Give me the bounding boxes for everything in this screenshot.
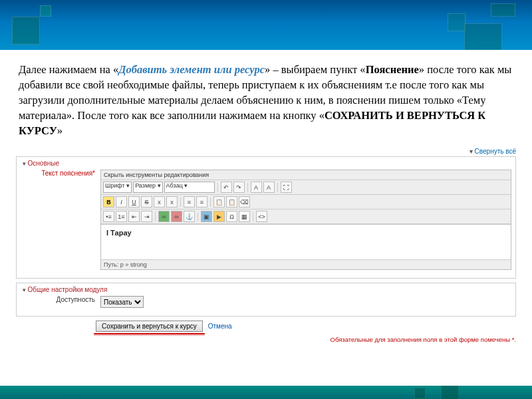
clear-format-icon[interactable]: ⌫ — [239, 196, 250, 207]
paste-icon[interactable]: 📋 — [213, 196, 225, 207]
editor-content-area[interactable]: І Тарау — [101, 224, 511, 260]
moodle-form-screenshot: Свернуть всё Основные Текст пояснения* С… — [16, 148, 516, 343]
legend-module[interactable]: Общие настройки модуля — [21, 286, 109, 293]
format-select[interactable]: Абзац ▾ — [164, 182, 215, 193]
find-icon[interactable]: A — [251, 182, 262, 193]
undo-icon[interactable]: ↶ — [221, 182, 232, 193]
paste-text-icon[interactable]: 📋 — [226, 196, 237, 207]
table-icon[interactable]: ▦ — [239, 211, 250, 222]
unlink-icon[interactable]: ∞ — [171, 211, 182, 222]
form-buttons: Сохранить и вернуться к курсу Отмена — [96, 321, 516, 332]
underline-icon[interactable]: U — [128, 196, 140, 207]
align-center-icon[interactable]: ≡ — [196, 196, 207, 207]
text: » — [57, 124, 63, 137]
redo-icon[interactable]: ↷ — [233, 182, 245, 193]
fullscreen-icon[interactable]: ⛶ — [281, 182, 292, 193]
font-size-select[interactable]: Размер ▾ — [133, 182, 162, 193]
number-list-icon[interactable]: 1≡ — [116, 211, 127, 222]
superscript-icon[interactable]: x — [166, 196, 178, 207]
fieldset-module-settings: Общие настройки модуля Доступность Показ… — [16, 283, 516, 317]
legend-main[interactable]: Основные — [21, 160, 61, 167]
text: » – выбираем пункт « — [265, 63, 366, 76]
save-return-button[interactable]: Сохранить и вернуться к курсу — [96, 321, 203, 332]
instruction-paragraph: Далее нажимаем на «Добавить элемент или … — [0, 50, 532, 145]
anchor-icon[interactable]: ⚓ — [184, 211, 195, 222]
collapse-all-link[interactable]: Свернуть всё — [16, 148, 516, 155]
strike-icon[interactable]: S — [141, 196, 152, 207]
image-icon[interactable]: ▣ — [201, 211, 212, 222]
slide-footer-banner — [0, 386, 532, 399]
editor-toolbar-row-3: •≡ 1≡ ⇤ ⇥ ∞ ∞ ⚓ ▣ ▶ Ω ▦ <> — [101, 209, 511, 224]
bold-icon[interactable]: B — [103, 196, 114, 207]
italic-icon[interactable]: I — [116, 196, 127, 207]
editor-path: Путь: p » strong — [101, 260, 511, 269]
subscript-icon[interactable]: x — [154, 196, 165, 207]
required-fields-note: Обязательные для заполнения поля в этой … — [16, 336, 516, 343]
rich-text-editor: Скрыть инструменты редактирования Шрифт … — [100, 170, 511, 270]
label-availability: Доступность — [22, 296, 100, 303]
align-left-icon[interactable]: ≡ — [184, 196, 195, 207]
red-underline-annotation — [94, 333, 205, 334]
replace-icon[interactable]: A — [263, 182, 275, 193]
hide-tools-link[interactable]: Скрыть инструменты редактирования — [101, 170, 511, 180]
slide-header-banner — [0, 0, 532, 50]
text: Далее нажимаем на « — [19, 63, 118, 76]
cancel-link[interactable]: Отмена — [208, 323, 232, 330]
editor-toolbar-row-2: B I U S x x ≡ ≡ 📋 📋 ⌫ — [101, 195, 511, 209]
label-explanation-text: Текст пояснения* — [22, 170, 100, 177]
html-icon[interactable]: <> — [256, 211, 267, 222]
add-resource-link-text: Добавить элемент или ресурс — [118, 63, 265, 76]
link-icon[interactable]: ∞ — [158, 211, 170, 222]
explanation-bold: Пояснение — [366, 63, 419, 76]
media-icon[interactable]: ▶ — [213, 211, 225, 222]
fieldset-main: Основные Текст пояснения* Скрыть инструм… — [16, 156, 516, 279]
indent-icon[interactable]: ⇥ — [141, 211, 152, 222]
outdent-icon[interactable]: ⇤ — [128, 211, 140, 222]
availability-select[interactable]: Показать — [100, 296, 144, 308]
font-family-select[interactable]: Шрифт ▾ — [103, 182, 132, 193]
equation-icon[interactable]: Ω — [226, 211, 237, 222]
bullet-list-icon[interactable]: •≡ — [103, 211, 114, 222]
editor-toolbar-row-1: Шрифт ▾ Размер ▾ Абзац ▾ ↶ ↷ A A ⛶ — [101, 180, 511, 195]
